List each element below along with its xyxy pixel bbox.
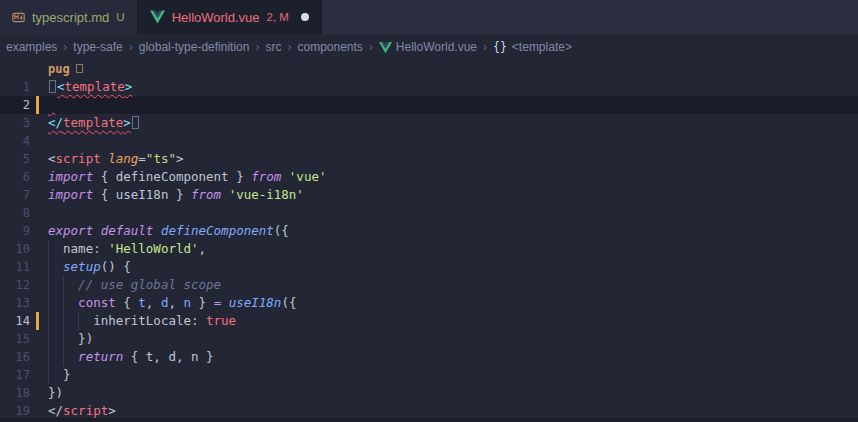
indent-guide: [48, 276, 49, 294]
indent-guide: [63, 276, 64, 294]
error-squiggle-token: >: [123, 115, 131, 130]
code-token: ({: [281, 295, 296, 310]
breadcrumb-item[interactable]: src: [264, 40, 282, 54]
indent-guide: [78, 312, 79, 330]
line-number[interactable]: 1: [0, 78, 30, 96]
code-token: script: [56, 151, 101, 166]
indent-guide: [63, 348, 64, 366]
code-line[interactable]: 14 inheritLocale: true: [0, 312, 858, 330]
line-number[interactable]: 7: [0, 186, 30, 204]
vue-icon: [379, 42, 392, 53]
code-line[interactable]: pug: [0, 60, 858, 78]
code-line[interactable]: 4: [0, 132, 858, 150]
line-number[interactable]: 13: [0, 294, 30, 312]
code-line[interactable]: 5<script lang="ts">: [0, 150, 858, 168]
gutter-spacer: [36, 168, 39, 186]
code-token: =: [138, 151, 146, 166]
code-line[interactable]: 15 }): [0, 330, 858, 348]
code-line[interactable]: 12 // use global scope: [0, 276, 858, 294]
gutter-spacer: [36, 222, 39, 240]
code-token: from: [191, 187, 221, 202]
code-line[interactable]: 3</template>: [0, 114, 858, 132]
line-number[interactable]: 6: [0, 168, 30, 186]
code-line-content: name: 'HelloWorld',: [48, 240, 858, 258]
code-token: ,: [146, 295, 161, 310]
code-token: import: [48, 187, 93, 202]
line-number[interactable]: 5: [0, 150, 30, 168]
code-line-content: pug: [48, 60, 858, 78]
line-number[interactable]: [0, 60, 30, 78]
tab-problems-git-badge: 2, M: [267, 11, 289, 23]
breadcrumb-item[interactable]: HelloWorld.vue: [378, 40, 478, 54]
line-number[interactable]: 3: [0, 114, 30, 132]
code-token: name:: [48, 241, 108, 256]
code-line[interactable]: 11 setup() {: [0, 258, 858, 276]
breadcrumb-item[interactable]: global-type-definition: [138, 40, 251, 54]
line-number[interactable]: 8: [0, 204, 30, 222]
vscode-window: typescript.md U HelloWorld.vue 2, M exam…: [0, 0, 858, 422]
line-number[interactable]: 4: [0, 132, 30, 150]
code-token: [281, 169, 289, 184]
line-number[interactable]: 16: [0, 348, 30, 366]
error-squiggle-token: <: [57, 79, 65, 94]
code-editor[interactable]: pug1<template>2~3</template>45<script la…: [0, 60, 858, 420]
markdown-icon: [12, 11, 25, 24]
gutter-spacer: [36, 150, 39, 168]
code-line[interactable]: 2~: [0, 96, 858, 114]
breadcrumb-item[interactable]: components: [296, 40, 363, 54]
breadcrumb-item[interactable]: {}<template>: [492, 40, 573, 54]
tab-helloworld-vue[interactable]: HelloWorld.vue 2, M: [138, 0, 322, 34]
code-line-content: }: [48, 366, 858, 384]
code-line-content: // use global scope: [48, 276, 858, 294]
line-number[interactable]: 11: [0, 258, 30, 276]
code-line[interactable]: 17 }: [0, 366, 858, 384]
dirty-indicator-dot[interactable]: [301, 13, 309, 21]
code-token: [221, 187, 229, 202]
line-number[interactable]: 14: [0, 312, 30, 330]
code-line[interactable]: 8: [0, 204, 858, 222]
gutter-spacer: [36, 348, 39, 366]
vue-icon: [150, 10, 165, 24]
breadcrumb-label: type-safe: [73, 40, 122, 54]
code-line[interactable]: 13 const { t, d, n } = useI18n({: [0, 294, 858, 312]
tab-typescript-md[interactable]: typescript.md U: [0, 0, 138, 34]
code-line[interactable]: 9export default defineComponent({: [0, 222, 858, 240]
breadcrumb-item[interactable]: examples: [5, 40, 58, 54]
code-token: }): [48, 331, 93, 346]
line-number[interactable]: 9: [0, 222, 30, 240]
code-line[interactable]: 18}): [0, 384, 858, 402]
tab-label: typescript.md: [32, 10, 109, 25]
git-modified-bar: [36, 312, 39, 330]
line-number[interactable]: 17: [0, 366, 30, 384]
indent-guide: [48, 258, 49, 276]
line-number[interactable]: 12: [0, 276, 30, 294]
code-line-content: return { t, d, n }: [48, 348, 858, 366]
code-line[interactable]: 7import { useI18n } from 'vue-i18n': [0, 186, 858, 204]
breadcrumb: examples›type-safe›global-type-definitio…: [0, 34, 858, 60]
code-token: defineComponent: [161, 223, 274, 238]
code-token: ,: [168, 295, 183, 310]
editor-bottom-shadow: [0, 418, 858, 422]
line-number[interactable]: 15: [0, 330, 30, 348]
code-token: true: [206, 313, 236, 328]
breadcrumb-item[interactable]: type-safe: [72, 40, 123, 54]
line-number[interactable]: 10: [0, 240, 30, 258]
code-token: </: [48, 403, 63, 418]
code-line[interactable]: 16 return { t, d, n }: [0, 348, 858, 366]
code-line-content: <script lang="ts">: [48, 150, 858, 168]
gutter-spacer: [36, 78, 39, 96]
code-token: {: [93, 187, 116, 202]
code-token: pug: [48, 62, 70, 76]
braces-icon: {}: [493, 40, 507, 54]
code-line[interactable]: 10 name: 'HelloWorld',: [0, 240, 858, 258]
code-line[interactable]: 1<template>: [0, 78, 858, 96]
code-token: [221, 295, 229, 310]
indent-guide: [63, 294, 64, 312]
line-number[interactable]: 18: [0, 384, 30, 402]
code-line-content: }): [48, 384, 858, 402]
line-number[interactable]: 2: [0, 96, 30, 114]
gutter-spacer: [36, 240, 39, 258]
error-squiggle-token: </: [48, 115, 63, 130]
git-modified-bar: [36, 96, 39, 114]
code-line[interactable]: 6import { defineComponent } from 'vue': [0, 168, 858, 186]
